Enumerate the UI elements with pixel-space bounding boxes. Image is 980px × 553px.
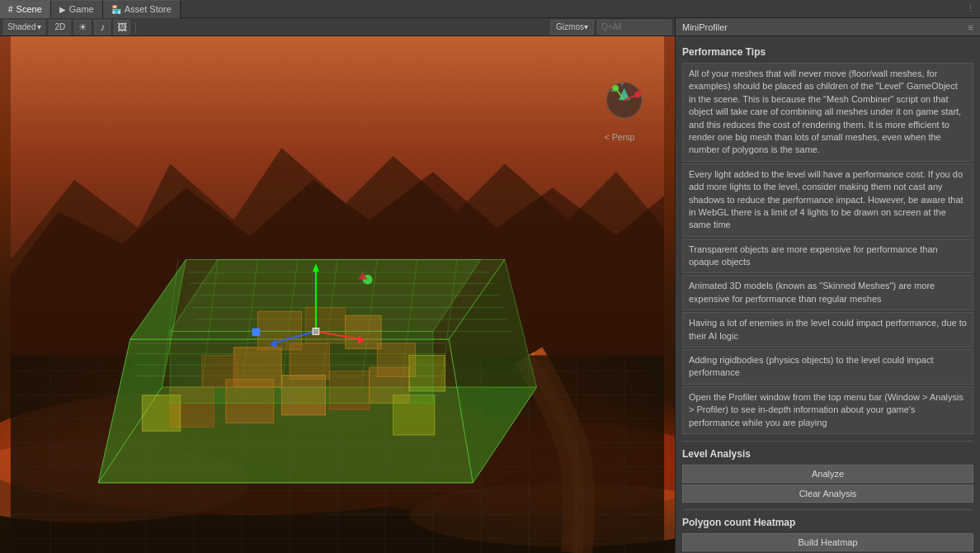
- tip-item-7: Open the Profiler window from the top me…: [682, 386, 973, 434]
- game-tab-label: Game: [69, 4, 94, 14]
- divider-1: [682, 441, 973, 442]
- shading-dropdown[interactable]: Shaded ▾: [3, 20, 45, 35]
- scene-svg: Y Z X < Persp: [0, 36, 675, 553]
- sun-icon-button[interactable]: ☀: [74, 20, 91, 35]
- shading-caret-icon: ▾: [37, 22, 41, 31]
- svg-rect-76: [252, 328, 261, 337]
- scene-viewport[interactable]: Shaded ▾ 2D ☀ ♪ 🖼 Gizmos ▾: [0, 18, 675, 553]
- scene-tab-label: Scene: [16, 4, 42, 14]
- gizmos-label: Gizmos: [556, 22, 584, 31]
- tip-item-2: Every light added to the level will have…: [682, 163, 973, 237]
- svg-marker-67: [170, 259, 481, 331]
- tab-asset-store[interactable]: 🏪 Asset Store: [103, 0, 181, 18]
- panel-header: MiniProfiler ≡: [676, 18, 980, 36]
- tab-scene[interactable]: # Scene: [0, 0, 51, 18]
- level-analysis-section: Level Analysis Analyze Clear Analysis: [682, 448, 973, 503]
- tip-item-6: Adding rigidbodies (physics objects) to …: [682, 349, 973, 385]
- shading-label: Shaded: [7, 22, 35, 31]
- performance-tips-title: Performance Tips: [682, 46, 973, 58]
- toolbar-separator-1: [135, 21, 136, 33]
- tip-item-3: Transparent objects are more expensive f…: [682, 239, 973, 274]
- scene-canvas: Y Z X < Persp: [0, 36, 675, 553]
- svg-text:Y: Y: [620, 82, 624, 87]
- analyze-button[interactable]: Analyze: [682, 465, 973, 483]
- asset-store-tab-label: Asset Store: [125, 4, 172, 14]
- svg-marker-68: [170, 331, 433, 403]
- image-icon-button[interactable]: 🖼: [114, 20, 130, 35]
- divider-2: [682, 509, 973, 510]
- right-panel: MiniProfiler ≡ Performance Tips All of y…: [675, 18, 980, 553]
- twod-button[interactable]: 2D: [49, 20, 71, 35]
- tip-item-1: All of your meshes that will never move …: [682, 63, 973, 162]
- game-tab-icon: ▶: [59, 5, 66, 14]
- svg-text:X: X: [638, 87, 642, 92]
- svg-rect-75: [313, 328, 319, 335]
- audio-icon-button[interactable]: ♪: [94, 20, 111, 35]
- svg-text:< Persp: < Persp: [605, 132, 635, 142]
- panel-title: MiniProfiler: [682, 22, 728, 32]
- asset-store-tab-icon: 🏪: [111, 5, 121, 14]
- polygon-heatmap-title: Polygon count Heatmap: [682, 517, 973, 528]
- svg-text:Z: Z: [610, 87, 614, 92]
- main-layout: Shaded ▾ 2D ☀ ♪ 🖼 Gizmos ▾: [0, 18, 980, 553]
- heatmap-section: Polygon count Heatmap Build Heatmap Cell…: [682, 517, 973, 553]
- scene-search-input[interactable]: [597, 20, 671, 35]
- panel-menu-icon[interactable]: ≡: [968, 22, 973, 32]
- tab-game[interactable]: ▶ Game: [51, 0, 103, 18]
- level-analysis-title: Level Analysis: [682, 448, 973, 460]
- panel-content[interactable]: Performance Tips All of your meshes that…: [676, 36, 980, 553]
- gizmos-caret-icon: ▾: [584, 22, 588, 31]
- svg-point-86: [634, 92, 641, 98]
- clear-analysis-button[interactable]: Clear Analysis: [682, 484, 973, 503]
- top-tab-bar: # Scene ▶ Game 🏪 Asset Store ⋮: [0, 0, 980, 18]
- scene-toolbar: Shaded ▾ 2D ☀ ♪ 🖼 Gizmos ▾: [0, 18, 675, 36]
- scene-tab-icon: #: [8, 5, 13, 14]
- build-heatmap-button[interactable]: Build Heatmap: [682, 533, 973, 551]
- gizmos-dropdown[interactable]: Gizmos ▾: [550, 20, 594, 35]
- window-controls: ⋮: [966, 3, 980, 14]
- tip-item-5: Having a lot of enemies in the level cou…: [682, 312, 973, 347]
- tip-item-4: Animated 3D models (known as "Skinned Me…: [682, 275, 973, 310]
